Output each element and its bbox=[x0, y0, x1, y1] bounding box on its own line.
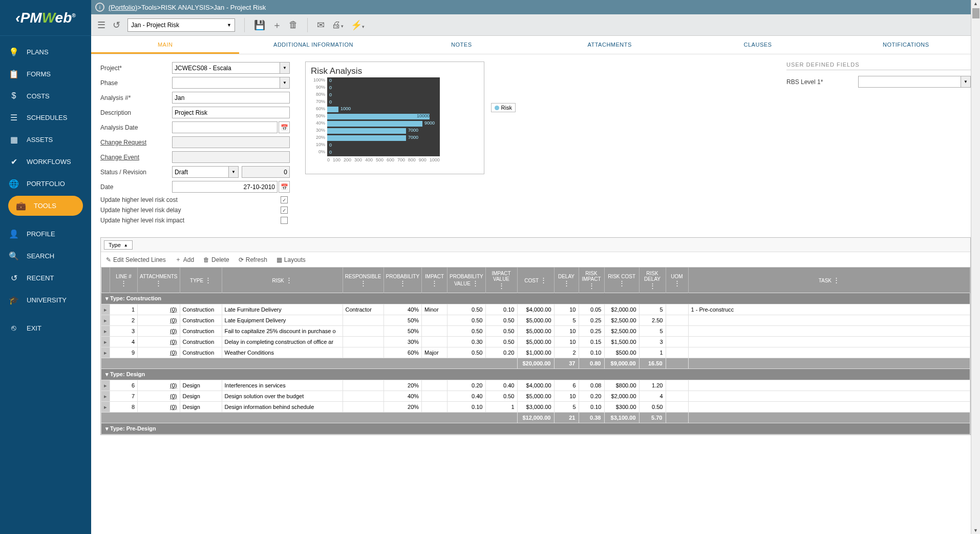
nav-costs[interactable]: $COSTS bbox=[0, 85, 91, 107]
row-handle[interactable]: ▸ bbox=[101, 337, 110, 347]
desc-field[interactable] bbox=[172, 107, 290, 118]
table-row[interactable]: ▸ 9(0)ConstructionWeather Conditions 60%… bbox=[101, 347, 970, 358]
print-icon[interactable]: 🖨▾ bbox=[332, 19, 344, 30]
revision-field bbox=[242, 166, 290, 178]
nav-tools[interactable]: 💼TOOLS bbox=[8, 196, 83, 216]
changeevent-field bbox=[172, 151, 290, 163]
nav-portfolio[interactable]: 🌐PORTFOLIO bbox=[0, 173, 91, 195]
tab-clauses[interactable]: CLAUSES bbox=[684, 36, 832, 54]
analysisnum-field[interactable] bbox=[172, 92, 290, 104]
analysisnum-label: Analysis #* bbox=[100, 94, 172, 101]
nav-forms[interactable]: 📋FORMS bbox=[0, 63, 91, 85]
row-handle[interactable]: ▸ bbox=[101, 315, 110, 326]
nav-schedules[interactable]: ☰SCHEDULES bbox=[0, 107, 91, 129]
tab-additional[interactable]: ADDITIONAL INFORMATION bbox=[239, 36, 387, 54]
tab-attachments[interactable]: ATTACHMENTS bbox=[536, 36, 684, 54]
risk-grid: Type▲ ✎Edit Selected Lines ＋Add 🗑Delete … bbox=[100, 237, 971, 435]
record-selector[interactable]: Jan - Project Risk▼ bbox=[127, 18, 235, 32]
nav-search[interactable]: 🔍SEARCH bbox=[0, 245, 91, 267]
group-row[interactable]: ▾ Type: Pre-Design bbox=[101, 423, 970, 435]
risk-chart: Risk Analysis 100%90%80%70%60%50%40%30%2… bbox=[305, 61, 484, 174]
calendar-icon[interactable]: 📅 bbox=[279, 121, 290, 133]
status-label: Status / Revision bbox=[100, 169, 172, 176]
chart-legend: Risk bbox=[491, 103, 516, 112]
table-row[interactable]: ▸ 1(0)ConstructionLate Furniture Deliver… bbox=[101, 304, 970, 315]
breadcrumb-portfolio[interactable]: (Portfolio) bbox=[109, 4, 137, 11]
table-row[interactable]: ▸ 2(0)ConstructionLate Equipment Deliver… bbox=[101, 315, 970, 326]
delete-icon[interactable]: 🗑 bbox=[289, 19, 298, 30]
list-icon[interactable]: ☰ bbox=[97, 19, 105, 31]
rbs-field[interactable] bbox=[858, 76, 961, 88]
info-icon[interactable]: i bbox=[95, 3, 104, 12]
tab-main[interactable]: MAIN bbox=[91, 36, 239, 54]
toolbar: ☰ ↺ Jan - Project Risk▼ 💾 ＋ 🗑 ✉ 🖨▾ ⚡▾ bbox=[91, 14, 980, 36]
history-icon[interactable]: ↺ bbox=[113, 19, 120, 31]
layouts-button[interactable]: ▦Layouts bbox=[276, 256, 306, 263]
table-row[interactable]: ▸ 6(0)DesignInterferences in services 20… bbox=[101, 380, 970, 391]
group-row[interactable]: ▾ Type: Construction bbox=[101, 293, 970, 304]
mail-icon[interactable]: ✉ bbox=[317, 19, 325, 31]
rbs-dropdown[interactable]: ▼ bbox=[961, 76, 971, 88]
nav-profile[interactable]: 👤PROFILE bbox=[0, 223, 91, 245]
breadcrumb-record: Jan - Project Risk bbox=[214, 4, 266, 11]
nav-university[interactable]: 🎓UNIVERSITY bbox=[0, 289, 91, 311]
chk-cost[interactable]: ✓ bbox=[281, 196, 288, 203]
vertical-scrollbar[interactable]: ▲ ▼ bbox=[971, 0, 980, 534]
add-icon[interactable]: ＋ bbox=[272, 19, 282, 31]
pencil-icon: ✎ bbox=[106, 256, 111, 263]
nav-workflows[interactable]: ✔WORKFLOWS bbox=[0, 151, 91, 173]
status-dropdown[interactable]: ▼ bbox=[228, 166, 239, 178]
nav-plans[interactable]: 💡PLANS bbox=[0, 41, 91, 63]
nav-assets[interactable]: ▦ASSETS bbox=[0, 129, 91, 151]
table-row[interactable]: ▸ 4(0)ConstructionDelay in completing co… bbox=[101, 337, 970, 347]
edit-lines-button[interactable]: ✎Edit Selected Lines bbox=[106, 256, 166, 263]
scroll-thumb[interactable] bbox=[972, 8, 979, 18]
phase-label: Phase bbox=[100, 79, 172, 87]
row-handle[interactable]: ▸ bbox=[101, 347, 110, 358]
tab-notifications[interactable]: NOTIFICATIONS bbox=[832, 36, 980, 54]
nav-exit[interactable]: ⎋EXIT bbox=[0, 317, 91, 339]
delete-line-button[interactable]: 🗑Delete bbox=[203, 256, 229, 263]
action-icon[interactable]: ⚡▾ bbox=[351, 19, 365, 31]
add-line-button[interactable]: ＋Add bbox=[175, 255, 194, 264]
row-handle[interactable]: ▸ bbox=[101, 391, 110, 402]
chart-title: Risk Analysis bbox=[311, 66, 479, 76]
changerequest-field bbox=[172, 136, 290, 148]
clipboard-icon: 📋 bbox=[8, 69, 19, 79]
rbs-label: RBS Level 1* bbox=[786, 78, 858, 86]
table-row[interactable]: ▸ 7(0)DesignDesign solution over the bud… bbox=[101, 391, 970, 402]
row-handle[interactable]: ▸ bbox=[101, 402, 110, 413]
phase-dropdown[interactable]: ▼ bbox=[280, 77, 290, 89]
save-icon[interactable]: 💾 bbox=[254, 19, 265, 31]
chk-impact[interactable] bbox=[281, 217, 288, 224]
changeevent-label[interactable]: Change Event bbox=[100, 154, 172, 161]
chk-delay-label: Update higher level risk delay bbox=[100, 207, 181, 214]
table-row[interactable]: ▸ 8(0)DesignDesign information behind sc… bbox=[101, 402, 970, 413]
refresh-button[interactable]: ⟳Refresh bbox=[239, 256, 267, 263]
scroll-up-icon[interactable]: ▲ bbox=[971, 1, 980, 6]
scroll-down-icon[interactable]: ▼ bbox=[971, 528, 980, 533]
nav-recent[interactable]: ↺RECENT bbox=[0, 267, 91, 289]
group-chip-type[interactable]: Type▲ bbox=[104, 240, 133, 250]
udf-header: USER DEFINED FIELDS bbox=[786, 61, 971, 70]
status-field[interactable] bbox=[172, 166, 228, 178]
project-dropdown[interactable]: ▼ bbox=[280, 62, 290, 74]
chk-delay[interactable]: ✓ bbox=[281, 207, 288, 214]
date-field[interactable] bbox=[172, 181, 278, 193]
changerequest-label[interactable]: Change Request bbox=[100, 139, 172, 146]
group-row[interactable]: ▾ Type: Design bbox=[101, 369, 970, 380]
table-row[interactable]: ▸ 3(0)ConstructionFail to capitalize 25%… bbox=[101, 326, 970, 337]
refresh-icon: ⟳ bbox=[239, 256, 244, 263]
briefcase-icon: 💼 bbox=[15, 201, 27, 211]
analysisdate-field[interactable] bbox=[172, 121, 278, 133]
project-field[interactable] bbox=[172, 62, 280, 74]
row-handle[interactable]: ▸ bbox=[101, 380, 110, 391]
person-icon: 👤 bbox=[8, 229, 19, 239]
phase-field[interactable] bbox=[172, 77, 280, 89]
date-label: Date bbox=[100, 183, 172, 191]
row-handle[interactable]: ▸ bbox=[101, 326, 110, 337]
row-handle[interactable]: ▸ bbox=[101, 304, 110, 315]
tab-notes[interactable]: NOTES bbox=[388, 36, 536, 54]
calendar-icon[interactable]: 📅 bbox=[279, 181, 290, 193]
history-icon: ↺ bbox=[8, 273, 19, 283]
